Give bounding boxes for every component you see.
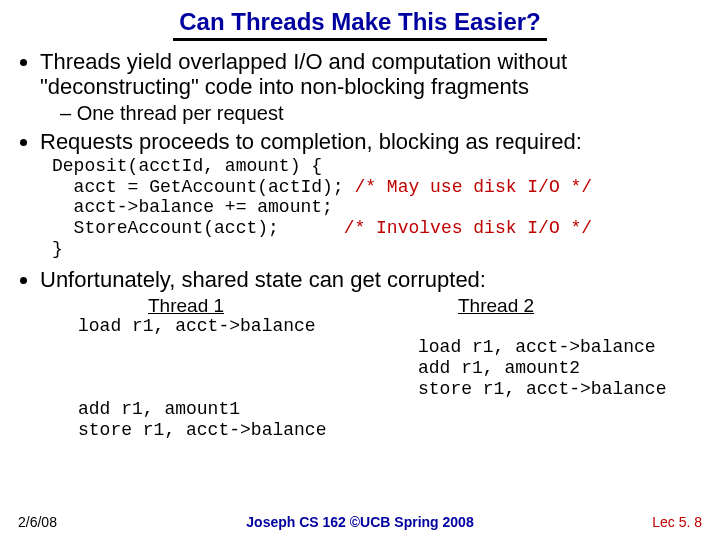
code-l2-comment: /* May use disk I/O */ [344, 177, 592, 197]
bullet-1: Threads yield overlapped I/O and computa… [40, 49, 702, 125]
threads-example: Thread 1 Thread 2 load r1, acct->balance… [78, 295, 702, 441]
code-block: Deposit(acctId, amount) { acct = GetAcco… [52, 156, 702, 259]
code-l4-comment: /* Involves disk I/O */ [333, 218, 592, 238]
t1-gap-2 [78, 358, 89, 378]
bullet-list-2: Unfortunately, shared state can get corr… [18, 267, 702, 292]
t2-line-c: store r1, acct->balance [418, 379, 666, 399]
t2-line-b: add r1, amount2 [418, 358, 580, 378]
slide-title: Can Threads Make This Easier? [173, 8, 546, 41]
bullet-3: Unfortunately, shared state can get corr… [40, 267, 702, 292]
bullet-1-text: Threads yield overlapped I/O and computa… [40, 49, 567, 99]
footer-date: 2/6/08 [18, 514, 57, 530]
slide: Can Threads Make This Easier? Threads yi… [0, 0, 720, 540]
code-l3: acct->balance += amount; [52, 197, 333, 217]
t1-gap-1 [78, 337, 89, 357]
bullet-list: Threads yield overlapped I/O and computa… [18, 49, 702, 154]
t1-line-a: load r1, acct->balance [78, 316, 316, 336]
thread-headers: Thread 1 Thread 2 [78, 295, 702, 317]
thread-1-header: Thread 1 [78, 295, 418, 317]
thread-2-header: Thread 2 [418, 295, 534, 317]
code-l1: Deposit(acctId, amount) { [52, 156, 322, 176]
thread-2-column: load r1, acct->balance add r1, amount2 s… [418, 316, 666, 440]
title-wrap: Can Threads Make This Easier? [18, 8, 702, 41]
code-l4a: StoreAccount(acct); [52, 218, 333, 238]
t1-line-b: add r1, amount1 [78, 399, 240, 419]
t2-line-a: load r1, acct->balance [418, 337, 656, 357]
t1-gap-3 [78, 379, 89, 399]
footer: 2/6/08 Joseph CS 162 ©UCB Spring 2008 Le… [18, 514, 702, 530]
code-l2a: acct = GetAccount(actId); [52, 177, 344, 197]
thread-columns: load r1, acct->balance add r1, amount1 s… [78, 316, 702, 440]
bullet-1-sub: One thread per request [60, 102, 702, 125]
bullet-1-sub-list: One thread per request [40, 102, 702, 125]
footer-lecture: Lec 5. 8 [652, 514, 702, 530]
code-l5: } [52, 239, 63, 259]
footer-course: Joseph CS 162 ©UCB Spring 2008 [18, 514, 702, 530]
thread-1-column: load r1, acct->balance add r1, amount1 s… [78, 316, 418, 440]
bullet-2: Requests proceeds to completion, blockin… [40, 129, 702, 154]
t1-line-c: store r1, acct->balance [78, 420, 326, 440]
